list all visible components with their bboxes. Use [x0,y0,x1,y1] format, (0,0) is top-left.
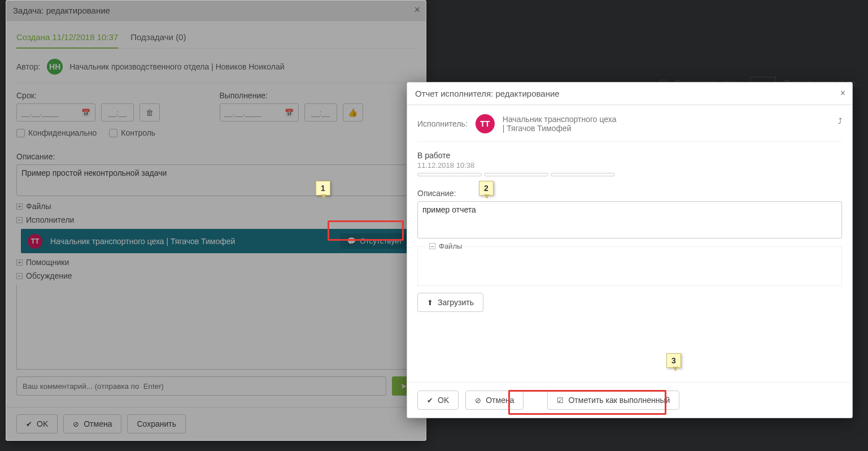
executor-name: Начальник транспортного цеха | Тягачов Т… [503,115,617,133]
close-icon[interactable]: × [840,88,845,98]
callout-marker-3: 3 [666,353,681,368]
cancel-button[interactable]: ⊘Отмена [465,391,524,410]
report-modal: Отчет исполнителя: редактирование × Испо… [407,82,853,418]
status-block: В работе 11.12.2018 10:38 [417,151,842,176]
minus-icon: − [429,243,435,249]
status-progress [417,173,615,176]
modal-overlay [6,1,426,440]
progress-seg [484,173,548,176]
avatar: ТТ [476,114,495,133]
files-legend[interactable]: − Файлы [426,242,465,250]
executor-line: Исполнитель: ТТ Начальник транспортного … [417,112,842,142]
executor-line2: | Тягачов Тимофей [503,124,572,133]
report-desc-textarea[interactable]: пример отчета [417,201,842,238]
report-footer: ✔OK ⊘Отмена ☑Отметить как выполненный [407,382,852,418]
upload-button[interactable]: ⬆ Загрузить [417,293,483,312]
upload-icon: ⬆ [427,298,433,307]
progress-seg [417,173,482,176]
progress-seg [551,173,615,176]
task-edit-modal: Задача: редактирование × Создана 11/12/2… [6,0,426,441]
report-title: Отчет исполнителя: редактирование [415,89,560,98]
check-icon: ✔ [427,396,433,405]
ok-button[interactable]: ✔OK [417,391,459,410]
report-titlebar[interactable]: Отчет исполнителя: редактирование × [407,83,852,105]
callout-marker-2: 2 [479,181,494,196]
check-square-icon: ☑ [557,396,564,405]
mark-done-button[interactable]: ☑Отметить как выполненный [547,391,679,410]
callout-marker-1: 1 [316,181,330,196]
status-timestamp: 11.12.2018 10:38 [417,161,842,170]
cancel-label: Отмена [486,396,514,405]
expand-icon[interactable]: ⤴ [838,116,842,125]
executor-label: Исполнитель: [417,119,468,128]
status-text: В работе [417,151,842,160]
upload-label: Загрузить [438,298,474,307]
files-label: Файлы [439,242,462,250]
ok-label: OK [438,396,449,405]
files-fieldset: − Файлы [417,246,842,286]
executor-line1: Начальник транспортного цеха [503,115,617,124]
cancel-icon: ⊘ [475,396,481,405]
mark-done-label: Отметить как выполненный [568,396,670,405]
